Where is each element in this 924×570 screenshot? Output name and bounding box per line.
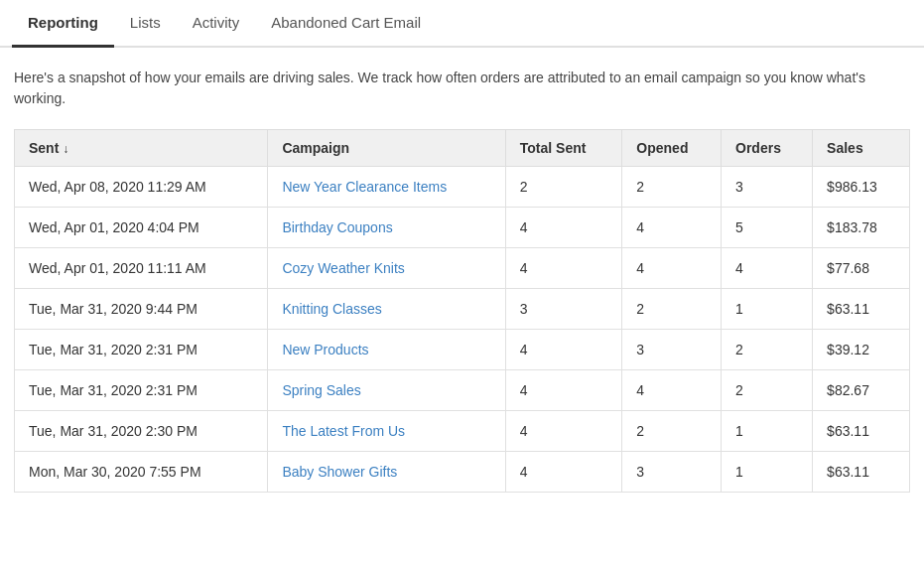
cell-total_sent: 4 bbox=[505, 330, 622, 370]
cell-opened: 2 bbox=[622, 411, 722, 452]
col-header-opened: Opened bbox=[622, 130, 722, 167]
reporting-table: Sent↓CampaignTotal SentOpenedOrdersSales… bbox=[14, 129, 910, 493]
table-row: Wed, Apr 01, 2020 4:04 PMBirthday Coupon… bbox=[15, 208, 910, 248]
campaign-link[interactable]: New Products bbox=[282, 342, 368, 357]
cell-sent: Tue, Mar 31, 2020 2:31 PM bbox=[15, 330, 268, 370]
col-header-sent[interactable]: Sent↓ bbox=[15, 130, 268, 167]
cell-total_sent: 4 bbox=[505, 370, 622, 411]
table-row: Mon, Mar 30, 2020 7:55 PMBaby Shower Gif… bbox=[15, 452, 910, 493]
cell-sent: Mon, Mar 30, 2020 7:55 PM bbox=[15, 452, 268, 493]
campaign-link[interactable]: Cozy Weather Knits bbox=[282, 260, 404, 276]
cell-orders: 2 bbox=[722, 370, 813, 411]
cell-orders: 3 bbox=[722, 167, 813, 208]
cell-opened: 3 bbox=[622, 330, 722, 370]
cell-total_sent: 2 bbox=[505, 167, 622, 208]
campaign-link[interactable]: Birthday Coupons bbox=[282, 219, 392, 235]
cell-orders: 4 bbox=[722, 248, 813, 289]
cell-opened: 2 bbox=[622, 289, 722, 330]
table-row: Wed, Apr 01, 2020 11:11 AMCozy Weather K… bbox=[15, 248, 910, 289]
cell-opened: 2 bbox=[622, 167, 722, 208]
col-header-sales: Sales bbox=[813, 130, 910, 167]
cell-orders: 1 bbox=[722, 452, 813, 493]
page-description: Here's a snapshot of how your emails are… bbox=[14, 68, 910, 109]
cell-sent: Tue, Mar 31, 2020 9:44 PM bbox=[15, 289, 268, 330]
cell-sent: Tue, Mar 31, 2020 2:31 PM bbox=[15, 370, 268, 411]
col-header-campaign: Campaign bbox=[268, 130, 505, 167]
campaign-link[interactable]: The Latest From Us bbox=[282, 423, 405, 439]
cell-sales: $63.11 bbox=[813, 411, 910, 452]
cell-orders: 1 bbox=[722, 289, 813, 330]
cell-orders: 2 bbox=[722, 330, 813, 370]
cell-sent: Wed, Apr 01, 2020 4:04 PM bbox=[15, 208, 268, 248]
campaign-link[interactable]: Spring Sales bbox=[282, 382, 360, 398]
cell-sales: $77.68 bbox=[813, 248, 910, 289]
cell-total_sent: 4 bbox=[505, 411, 622, 452]
table-row: Tue, Mar 31, 2020 2:31 PMSpring Sales442… bbox=[15, 370, 910, 411]
cell-opened: 4 bbox=[622, 208, 722, 248]
cell-sales: $63.11 bbox=[813, 289, 910, 330]
cell-opened: 4 bbox=[622, 248, 722, 289]
cell-total_sent: 4 bbox=[505, 452, 622, 493]
col-header-total_sent: Total Sent bbox=[505, 130, 622, 167]
cell-orders: 5 bbox=[722, 208, 813, 248]
cell-total_sent: 4 bbox=[505, 208, 622, 248]
cell-sales: $63.11 bbox=[813, 452, 910, 493]
cell-sent: Wed, Apr 01, 2020 11:11 AM bbox=[15, 248, 268, 289]
cell-sales: $82.67 bbox=[813, 370, 910, 411]
tab-abandoned-cart-email[interactable]: Abandoned Cart Email bbox=[255, 0, 437, 48]
table-row: Tue, Mar 31, 2020 2:31 PMNew Products432… bbox=[15, 330, 910, 370]
tab-activity[interactable]: Activity bbox=[177, 0, 256, 48]
table-row: Tue, Mar 31, 2020 9:44 PMKnitting Classe… bbox=[15, 289, 910, 330]
cell-sales: $183.78 bbox=[813, 208, 910, 248]
cell-sent: Wed, Apr 08, 2020 11:29 AM bbox=[15, 167, 268, 208]
table-row: Wed, Apr 08, 2020 11:29 AMNew Year Clear… bbox=[15, 167, 910, 208]
tab-reporting[interactable]: Reporting bbox=[12, 0, 114, 48]
nav-tabs-container: ReportingListsActivityAbandoned Cart Ema… bbox=[0, 0, 924, 48]
tab-lists[interactable]: Lists bbox=[114, 0, 177, 48]
cell-orders: 1 bbox=[722, 411, 813, 452]
cell-opened: 4 bbox=[622, 370, 722, 411]
cell-sent: Tue, Mar 31, 2020 2:30 PM bbox=[15, 411, 268, 452]
cell-total_sent: 3 bbox=[505, 289, 622, 330]
campaign-link[interactable]: New Year Clearance Items bbox=[282, 179, 447, 195]
cell-opened: 3 bbox=[622, 452, 722, 493]
table-row: Tue, Mar 31, 2020 2:30 PMThe Latest From… bbox=[15, 411, 910, 452]
campaign-link[interactable]: Knitting Classes bbox=[282, 301, 381, 317]
cell-total_sent: 4 bbox=[505, 248, 622, 289]
sort-icon: ↓ bbox=[63, 142, 68, 156]
col-header-orders: Orders bbox=[722, 130, 813, 167]
campaign-link[interactable]: Baby Shower Gifts bbox=[282, 464, 397, 480]
cell-sales: $986.13 bbox=[813, 167, 910, 208]
cell-sales: $39.12 bbox=[813, 330, 910, 370]
